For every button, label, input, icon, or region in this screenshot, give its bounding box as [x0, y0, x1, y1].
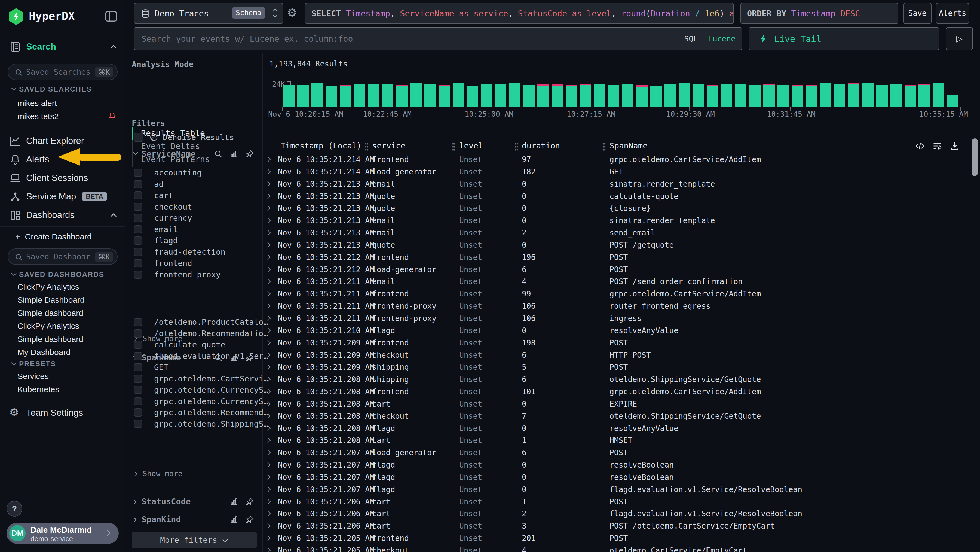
- scrollbar-thumb[interactable]: [972, 139, 978, 176]
- table-row[interactable]: Nov 6 10:35:21.208 AMcartUnset1HMSET: [263, 434, 980, 447]
- histogram-bar[interactable]: [466, 86, 478, 107]
- expand-row-icon[interactable]: [266, 547, 272, 552]
- saved-dashboard-item[interactable]: My Dashboard: [18, 348, 70, 357]
- table-row[interactable]: Nov 6 10:35:21.213 AMemailUnset2send_ema…: [263, 227, 980, 239]
- table-row[interactable]: Nov 6 10:35:21.206 AMcartUnset2flagd.eva…: [263, 507, 980, 520]
- histogram-bar[interactable]: [679, 83, 690, 107]
- saved-searches-input[interactable]: [26, 65, 91, 78]
- histogram-bar[interactable]: [692, 84, 704, 107]
- histogram-bar[interactable]: [297, 85, 309, 107]
- col-service[interactable]: service: [372, 141, 405, 150]
- checkbox[interactable]: [134, 341, 142, 349]
- expand-row-icon[interactable]: [266, 290, 272, 298]
- histogram-bar[interactable]: [778, 85, 789, 107]
- histogram-bar[interactable]: [594, 85, 605, 107]
- source-settings-gear-icon[interactable]: ⚙: [287, 6, 297, 19]
- filter-group-statuscode[interactable]: StatusCode: [132, 497, 257, 507]
- table-row[interactable]: Nov 6 10:35:21.208 AMcheckoutUnset7oteld…: [263, 410, 980, 422]
- saved-dashboards-search[interactable]: ⌘K: [8, 249, 118, 265]
- histogram-bar[interactable]: [283, 85, 294, 107]
- expand-row-icon[interactable]: [266, 192, 272, 200]
- table-row[interactable]: Nov 6 10:35:21.213 AMquoteUnset0{closure…: [263, 202, 980, 214]
- checkbox[interactable]: [134, 169, 142, 177]
- more-filters-button[interactable]: More filters: [132, 532, 257, 548]
- nav-team-settings[interactable]: ⚙ Team Settings: [0, 406, 125, 421]
- saved-dashboard-item[interactable]: ClickPy Analytics: [18, 322, 79, 331]
- checkbox[interactable]: [134, 203, 142, 211]
- histogram-bar[interactable]: [340, 85, 351, 107]
- expand-row-icon[interactable]: [266, 449, 272, 456]
- table-row[interactable]: Nov 6 10:35:21.207 AMflagdUnset0resolveB…: [263, 471, 980, 483]
- expand-row-icon[interactable]: [266, 229, 272, 236]
- checkbox[interactable]: [134, 259, 142, 267]
- expand-row-icon[interactable]: [266, 400, 272, 408]
- table-row[interactable]: Nov 6 10:35:21.211 AMfrontend-proxyUnset…: [263, 300, 980, 312]
- table-row[interactable]: Nov 6 10:35:21.206 AMcartUnset1POST: [263, 496, 980, 508]
- filter-group-servicename[interactable]: ServiceName: [132, 149, 257, 160]
- saved-dashboards-input[interactable]: [26, 250, 91, 263]
- expand-row-icon[interactable]: [266, 473, 272, 481]
- histogram-bar[interactable]: [707, 85, 718, 107]
- chevron-right-icon[interactable]: [132, 498, 138, 506]
- expand-row-icon[interactable]: [266, 156, 272, 163]
- histogram-bar[interactable]: [834, 84, 845, 107]
- col-timestamp[interactable]: Timestamp (Local): [281, 141, 361, 150]
- checkbox[interactable]: [134, 214, 142, 222]
- histogram-bar[interactable]: [368, 84, 379, 107]
- expand-row-icon[interactable]: [266, 204, 272, 212]
- histogram-bar[interactable]: [410, 83, 422, 107]
- histogram-bar[interactable]: [932, 83, 944, 107]
- nav-search[interactable]: Search: [0, 40, 125, 55]
- table-row[interactable]: Nov 6 10:35:21.211 AMfrontendUnset99grpc…: [263, 288, 980, 300]
- chevron-down-icon[interactable]: [10, 271, 18, 278]
- query-language-toggle[interactable]: SQL|Lucene: [684, 34, 735, 43]
- expand-row-icon[interactable]: [266, 424, 272, 432]
- download-icon[interactable]: [950, 141, 959, 151]
- table-row[interactable]: Nov 6 10:35:21.209 AMshippingUnset5POST: [263, 361, 980, 373]
- histogram-bar[interactable]: [721, 84, 732, 107]
- sql-select-editor[interactable]: SELECT Timestamp, ServiceName as service…: [305, 3, 734, 24]
- histogram-bar[interactable]: [523, 85, 535, 107]
- histogram-bar[interactable]: [665, 85, 676, 107]
- histogram-bar[interactable]: [579, 84, 591, 107]
- help-button[interactable]: ?: [6, 501, 22, 517]
- histogram-bar[interactable]: [636, 85, 648, 107]
- table-row[interactable]: Nov 6 10:35:21.211 AMemailUnset4POST /se…: [263, 276, 980, 288]
- collapse-sidebar-icon[interactable]: [104, 9, 118, 24]
- preset-item[interactable]: Services: [18, 372, 49, 381]
- col-level[interactable]: level: [459, 141, 483, 150]
- histogram-bar[interactable]: [848, 83, 859, 107]
- saved-searches-search[interactable]: ⌘K: [8, 64, 118, 80]
- checkbox[interactable]: [134, 408, 142, 416]
- histogram-bar[interactable]: [552, 85, 563, 107]
- pin-icon[interactable]: [245, 150, 254, 158]
- denoise-checkbox[interactable]: [134, 133, 143, 142]
- table-row[interactable]: Nov 6 10:35:21.207 AMload-generatorUnset…: [263, 447, 980, 459]
- histogram-bar[interactable]: [312, 83, 323, 107]
- expand-row-icon[interactable]: [266, 351, 272, 359]
- expand-row-icon[interactable]: [266, 461, 272, 469]
- histogram-bar[interactable]: [862, 83, 873, 107]
- expand-row-icon[interactable]: [266, 278, 272, 285]
- chevron-down-icon[interactable]: [10, 361, 18, 367]
- expand-row-icon[interactable]: [266, 412, 272, 420]
- table-row[interactable]: Nov 6 10:35:21.207 AMflagdUnset0flagd.ev…: [263, 483, 980, 496]
- checkbox[interactable]: [134, 375, 142, 383]
- histogram-bar[interactable]: [481, 84, 492, 107]
- table-row[interactable]: Nov 6 10:35:21.211 AMfrontend-proxyUnset…: [263, 312, 980, 324]
- schema-badge[interactable]: Schema: [232, 7, 265, 19]
- saved-search-item[interactable]: mikes tets2: [18, 112, 59, 121]
- lucene-mode-label[interactable]: Lucene: [708, 34, 735, 43]
- live-tail-button[interactable]: Live Tail: [749, 27, 939, 50]
- expand-row-icon[interactable]: [266, 522, 272, 530]
- checkbox[interactable]: [134, 386, 142, 394]
- drag-handle-icon[interactable]: [452, 142, 456, 152]
- wrap-text-icon[interactable]: [932, 141, 942, 151]
- filter-group-spankind[interactable]: SpanKind: [132, 515, 257, 526]
- histogram-bar[interactable]: [396, 85, 407, 107]
- expand-row-icon[interactable]: [266, 485, 272, 493]
- table-row[interactable]: Nov 6 10:35:21.208 AMfrontendUnset101grp…: [263, 386, 980, 398]
- saved-search-item[interactable]: mikes alert: [18, 99, 57, 108]
- col-duration[interactable]: duration: [522, 141, 560, 150]
- expand-row-icon[interactable]: [266, 254, 272, 261]
